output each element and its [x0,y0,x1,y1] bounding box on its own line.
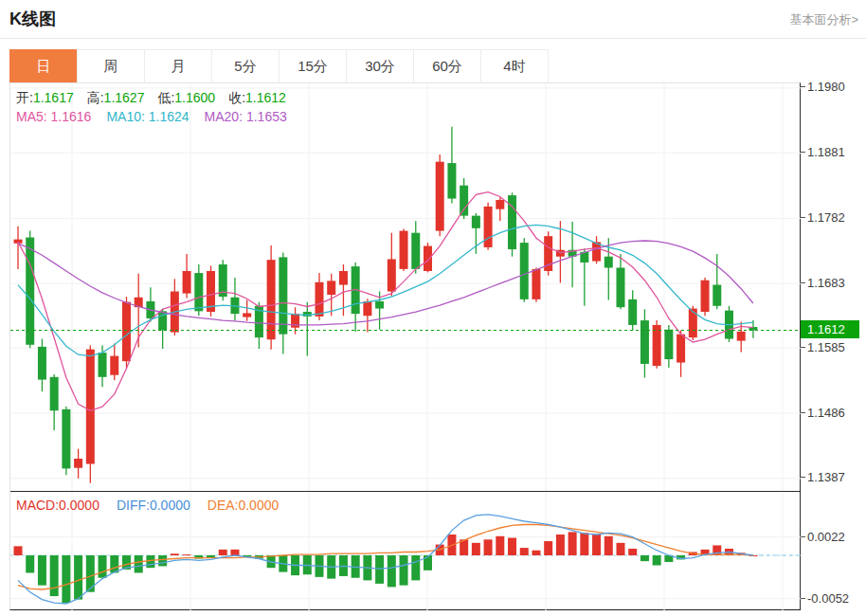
header-divider [0,38,866,39]
tab-60min[interactable]: 60分 [413,49,481,83]
fundamental-analysis-link[interactable]: 基本面分析> [789,11,858,28]
kline-page: K线图 基本面分析> 日周月5分15分30分60分4时 开:1.1617高:1.… [0,0,866,616]
tick-mark [801,86,805,87]
tick-mark [801,536,805,537]
ohlc-item: 收:1.1612 [228,90,286,105]
tab-day[interactable]: 日 [9,49,78,83]
tab-week[interactable]: 周 [77,49,145,83]
tick-mark [801,347,805,348]
macd-axis-label: 0.0022 [801,529,845,546]
macd-item: DIFF:0.0000 [117,498,190,513]
ohlc-item: 开:1.1617 [16,90,74,105]
chart-area[interactable]: 开:1.1617高:1.1627低:1.1600收:1.1612 MA5: 1.… [9,82,801,610]
macd-item: MACD:0.0000 [16,498,99,513]
tab-4hour[interactable]: 4时 [480,49,549,83]
tick-mark [801,412,805,413]
tab-month[interactable]: 月 [144,49,212,83]
macd-axis-label: -0.0052 [801,590,849,607]
macd-item: DEA:0.0000 [207,498,280,513]
tick-mark [801,152,805,153]
ohlc-item: 低:1.1600 [157,90,215,105]
interval-tabs: 日周月5分15分30分60分4时 [9,49,549,83]
ohlc-legend: 开:1.1617高:1.1627低:1.1600收:1.1612 [16,90,299,107]
price-axis-label: 1.1387 [801,469,845,486]
tick-mark [801,217,805,218]
tab-5min[interactable]: 5分 [211,49,280,83]
ma-item: MA20: 1.1653 [205,109,287,124]
tick-mark [801,282,805,283]
ma-legend: MA5: 1.1616MA10: 1.1624MA20: 1.1653 [16,109,302,124]
price-axis-label: 1.1980 [801,79,845,96]
page-title: K线图 [9,8,56,30]
tab-15min[interactable]: 15分 [279,49,347,83]
price-axis-label: 1.1486 [801,404,845,421]
macd-legend: MACD:0.0000DIFF:0.0000DEA:0.0000 [16,498,296,513]
candlestick-chart[interactable] [10,83,801,491]
current-price-badge: 1.1612 [801,320,859,338]
tab-30min[interactable]: 30分 [346,49,414,83]
ohlc-item: 高:1.1627 [87,90,145,105]
tick-mark [801,598,805,599]
price-axis-label: 1.1881 [801,144,845,161]
ma-item: MA10: 1.1624 [106,109,189,124]
tick-mark [801,477,805,478]
price-axis: 1.19801.18811.17821.16831.15851.14861.13… [801,82,866,616]
ma-item: MA5: 1.1616 [16,109,91,124]
price-axis-label: 1.1782 [801,208,845,226]
price-axis-label: 1.1585 [801,338,845,355]
price-axis-label: 1.1683 [801,274,845,291]
